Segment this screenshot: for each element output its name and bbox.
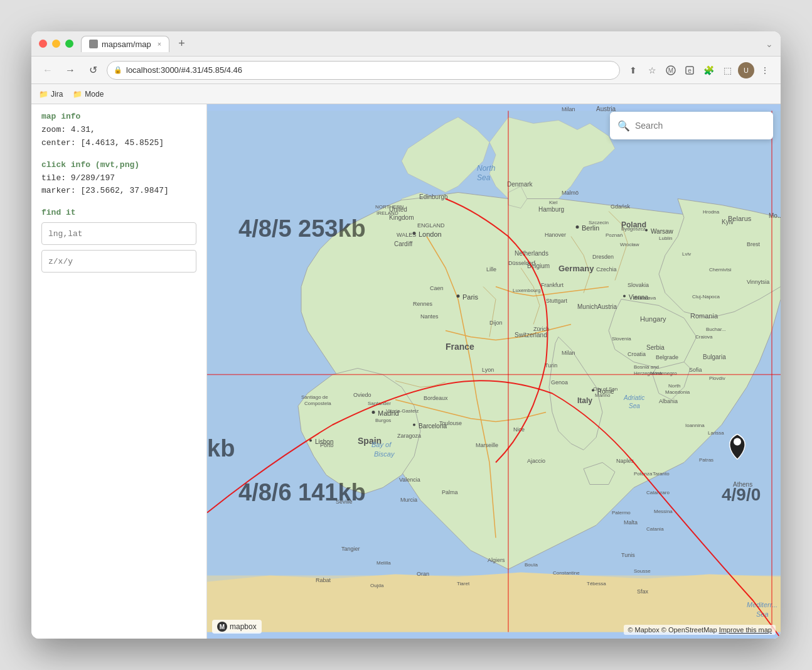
svg-text:Hamburg: Hamburg xyxy=(538,206,564,213)
map-svg: London Paris Berlin Madrid Barcelona Rom xyxy=(207,104,781,639)
svg-text:Edinburgh: Edinburgh xyxy=(419,193,448,200)
svg-text:Chernivtsi: Chernivtsi xyxy=(709,267,732,273)
svg-text:Palma: Palma xyxy=(442,489,458,495)
svg-text:Belarus: Belarus xyxy=(728,215,752,222)
svg-text:Ioannina: Ioannina xyxy=(685,423,705,428)
svg-text:Sousse: Sousse xyxy=(634,568,651,574)
svg-point-8 xyxy=(457,294,460,298)
svg-text:Milan: Milan xyxy=(562,106,575,112)
svg-text:Oran: Oran xyxy=(417,571,429,577)
svg-text:Nantes: Nantes xyxy=(420,313,439,320)
svg-text:Sofia: Sofia xyxy=(689,367,702,373)
svg-point-12 xyxy=(372,411,375,414)
svg-text:Kiel: Kiel xyxy=(549,200,558,205)
titlebar: mapsam/map × + ⌄ xyxy=(31,31,781,57)
click-info-title: click info (mvt,png) xyxy=(41,160,196,170)
svg-text:Hanover: Hanover xyxy=(545,232,566,238)
svg-text:France: France xyxy=(446,342,474,352)
maximize-button[interactable] xyxy=(65,40,73,48)
svg-text:Rabat: Rabat xyxy=(316,577,331,583)
svg-text:Taranto: Taranto xyxy=(653,471,670,477)
svg-text:Santiago de: Santiago de xyxy=(301,394,328,400)
map-area[interactable]: London Paris Berlin Madrid Barcelona Rom xyxy=(207,104,781,639)
svg-text:Bosnia and: Bosnia and xyxy=(634,364,659,370)
svg-text:London: London xyxy=(419,230,442,238)
svg-text:Melilla: Melilla xyxy=(377,560,391,566)
svg-text:Catania: Catania xyxy=(646,526,664,532)
svg-text:Valencia: Valencia xyxy=(399,477,420,483)
extension1-button[interactable]: M xyxy=(663,62,679,78)
svg-text:Compostela: Compostela xyxy=(304,401,331,406)
svg-text:Craiova: Craiova xyxy=(695,334,713,340)
svg-text:Malmö: Malmö xyxy=(562,190,579,196)
svg-text:Austria: Austria xyxy=(596,105,616,112)
puzzle-button[interactable]: 🧩 xyxy=(700,62,717,78)
svg-text:Austria: Austria xyxy=(597,303,617,310)
svg-text:Poznań: Poznań xyxy=(606,232,622,238)
search-input[interactable] xyxy=(635,121,766,131)
active-tab[interactable]: mapsam/map × xyxy=(81,36,169,52)
new-tab-button[interactable]: + xyxy=(174,36,189,51)
svg-text:Larissa: Larissa xyxy=(708,430,724,436)
extension2-button[interactable]: e xyxy=(681,62,698,78)
close-button[interactable] xyxy=(39,40,47,48)
bookmarks-bar: 📁 Jira 📁 Mode xyxy=(31,84,781,104)
improve-map-link[interactable]: Improve this map xyxy=(719,626,772,634)
share-button[interactable]: ⬆ xyxy=(625,62,641,78)
find-it-title: find it xyxy=(41,208,196,217)
find-it-section: find it xyxy=(41,208,196,278)
svg-text:Bordeaux: Bordeaux xyxy=(424,395,448,401)
svg-text:NORTHERN: NORTHERN xyxy=(375,204,403,210)
svg-text:Frankfurt: Frankfurt xyxy=(541,282,564,288)
tile-info: tile: 9/289/197 xyxy=(41,172,196,185)
svg-text:Hrodna: Hrodna xyxy=(703,209,720,215)
search-icon: 🔍 xyxy=(617,120,630,132)
svg-text:Turin: Turin xyxy=(545,362,557,369)
click-info-section: click info (mvt,png) tile: 9/289/197 mar… xyxy=(41,160,196,198)
address-text: localhost:3000/#4.31/45.85/4.46 xyxy=(126,65,613,75)
back-button[interactable]: ← xyxy=(39,62,56,79)
svg-text:Lyon: Lyon xyxy=(482,367,494,373)
zxy-input[interactable] xyxy=(41,250,196,273)
mvt-link[interactable]: mvt xyxy=(100,160,115,170)
svg-text:Biscay: Biscay xyxy=(374,450,395,458)
refresh-button[interactable]: ↺ xyxy=(84,62,102,79)
svg-text:Algiers: Algiers xyxy=(488,557,505,563)
svg-point-18 xyxy=(623,295,626,298)
address-bar[interactable]: 🔒 localhost:3000/#4.31/45.85/4.46 xyxy=(107,61,620,80)
tab-close-icon[interactable]: × xyxy=(158,40,161,48)
svg-text:Oviedo: Oviedo xyxy=(353,392,371,398)
svg-text:Gdańsk: Gdańsk xyxy=(611,203,631,210)
bookmark-button[interactable]: ☆ xyxy=(644,62,660,78)
bookmark-jira[interactable]: 📁 Jira xyxy=(39,90,63,99)
svg-text:Denmark: Denmark xyxy=(507,181,533,188)
svg-text:Slovakia: Slovakia xyxy=(628,282,649,288)
side-panel: map info zoom: 4.31, center: [4.4613, 45… xyxy=(31,104,207,639)
svg-text:Buchar...: Buchar... xyxy=(706,327,726,332)
svg-text:Tiaret: Tiaret xyxy=(457,581,470,586)
bookmark-jira-label: Jira xyxy=(51,90,63,99)
window-expand-icon[interactable]: ⌄ xyxy=(766,39,773,49)
svg-text:Ajaccio: Ajaccio xyxy=(527,458,545,464)
svg-text:Messina: Messina xyxy=(654,509,673,514)
svg-text:Zaragoza: Zaragoza xyxy=(397,433,421,439)
svg-text:Hungary: Hungary xyxy=(640,315,666,323)
bookmark-mode[interactable]: 📁 Mode xyxy=(73,90,104,99)
svg-text:Murcia: Murcia xyxy=(400,497,417,503)
svg-text:Luxembourg: Luxembourg xyxy=(513,288,540,293)
svg-text:Belgrade: Belgrade xyxy=(656,354,678,360)
forward-button[interactable]: → xyxy=(61,62,79,79)
sidebar-button[interactable]: ⬚ xyxy=(719,62,735,78)
menu-button[interactable]: ⋮ xyxy=(757,62,773,78)
svg-point-14 xyxy=(413,424,415,426)
svg-text:Munich: Munich xyxy=(577,303,597,310)
minimize-button[interactable] xyxy=(52,40,60,48)
svg-text:Warsaw: Warsaw xyxy=(651,228,674,235)
svg-text:Bratislava: Bratislava xyxy=(634,295,656,301)
avatar[interactable]: U xyxy=(738,62,754,78)
center-info: center: [4.4613, 45.8525] xyxy=(41,137,196,150)
png-link[interactable]: png xyxy=(120,160,134,170)
svg-text:Serbia: Serbia xyxy=(646,344,665,351)
lng-lat-input[interactable] xyxy=(41,222,196,245)
svg-text:North: North xyxy=(668,383,681,389)
